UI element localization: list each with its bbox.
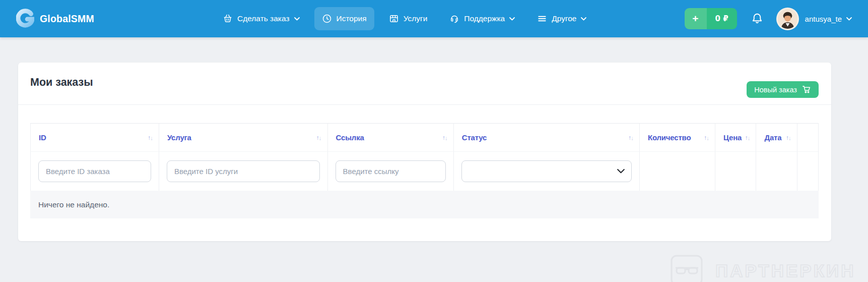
avatar-image (778, 9, 797, 29)
filter-cell-price (715, 152, 756, 191)
filter-cell-quantity (639, 152, 715, 191)
order-id-filter-input[interactable] (38, 160, 151, 182)
filter-cell-link (327, 152, 453, 191)
watermark: ПАРТНЕРКИН (670, 254, 855, 282)
column-header-link[interactable]: Ссылка ↑↓ (327, 124, 453, 151)
sort-icon[interactable]: ↑↓ (146, 135, 153, 141)
table-filter-row (30, 152, 818, 191)
notifications-button[interactable] (751, 12, 764, 25)
avatar[interactable] (776, 8, 799, 30)
column-header-status[interactable]: Статус ↑↓ (453, 124, 639, 151)
column-label: Количество (648, 133, 691, 142)
column-header-actions (797, 124, 818, 151)
brand-logo-icon (16, 8, 34, 29)
nav-item-other[interactable]: Другое (529, 7, 594, 30)
filter-cell-date (756, 152, 796, 191)
column-label: Услуга (167, 133, 191, 142)
new-order-button[interactable]: Новый заказ (747, 81, 819, 98)
page-body: Мои заказы Новый заказ ID ↑↓ Услу (0, 37, 868, 282)
column-header-date[interactable]: Дата ↑↓ (756, 124, 796, 151)
table-grid: ID ↑↓ Услуга ↑↓ Ссылка ↑↓ Статус ↑↓ (30, 123, 819, 191)
bell-icon (751, 12, 764, 25)
filter-cell-id (30, 152, 159, 191)
nav-item-history[interactable]: История (314, 7, 374, 30)
storefront-icon (389, 14, 399, 24)
nav-item-label: Другое (552, 14, 576, 23)
add-funds-button[interactable]: + (685, 8, 707, 29)
nav-item-create-order[interactable]: Сделать заказ (215, 7, 307, 30)
nav-item-label: Сделать заказ (237, 14, 290, 23)
column-header-service[interactable]: Услуга ↑↓ (159, 124, 327, 151)
top-navbar: GlobalSMM Сделать заказ История Услуги (0, 0, 868, 37)
sort-icon[interactable]: ↑↓ (440, 135, 447, 141)
orders-card: Мои заказы Новый заказ ID ↑↓ Услу (18, 63, 831, 241)
column-label: Цена (723, 133, 742, 142)
column-header-quantity[interactable]: Количество ↑↓ (639, 124, 715, 151)
column-label: Статус (462, 133, 487, 142)
status-filter-select[interactable] (461, 160, 632, 182)
brand[interactable]: GlobalSMM (16, 8, 94, 29)
sort-icon[interactable]: ↑↓ (743, 135, 750, 141)
nav-item-label: Поддержка (464, 14, 505, 23)
link-filter-input[interactable] (336, 160, 446, 182)
sort-icon[interactable]: ↑↓ (314, 135, 321, 141)
orders-table: ID ↑↓ Услуга ↑↓ Ссылка ↑↓ Статус ↑↓ (30, 123, 819, 218)
service-id-filter-input[interactable] (167, 160, 320, 182)
user-menu[interactable]: antusya_te (805, 15, 852, 23)
basket-icon (223, 14, 233, 24)
balance-amount: 0 ₽ (707, 8, 737, 29)
chevron-down-icon (509, 17, 515, 21)
card-header: Мои заказы Новый заказ (18, 63, 831, 105)
filter-cell-status (453, 152, 639, 191)
nav-item-label: Услуги (404, 14, 428, 23)
main-nav: Сделать заказ История Услуги Поддержка (215, 7, 594, 30)
table-header-row: ID ↑↓ Услуга ↑↓ Ссылка ↑↓ Статус ↑↓ (30, 124, 818, 152)
nav-item-label: История (337, 14, 367, 23)
column-label: Дата (764, 133, 781, 142)
nav-item-support[interactable]: Поддержка (442, 7, 522, 30)
cart-icon (803, 85, 811, 94)
column-label: Ссылка (336, 133, 364, 142)
navbar-right: + 0 ₽ antusya_te (685, 8, 852, 30)
new-order-label: Новый заказ (754, 86, 797, 94)
chevron-down-icon (846, 17, 852, 21)
nav-item-services[interactable]: Услуги (381, 7, 435, 30)
filter-cell-actions (797, 152, 818, 191)
sort-icon[interactable]: ↑↓ (626, 135, 633, 141)
empty-state-message: Ничего не найдено. (38, 200, 109, 209)
headset-icon (449, 14, 459, 24)
username: antusya_te (805, 15, 842, 23)
column-header-id[interactable]: ID ↑↓ (30, 124, 159, 151)
partnerkin-logo-icon (670, 254, 704, 282)
chevron-down-icon (294, 17, 300, 21)
sort-icon[interactable]: ↑↓ (702, 135, 709, 141)
clock-icon (322, 14, 332, 24)
chevron-down-icon (581, 17, 586, 21)
column-label: ID (39, 133, 46, 142)
balance-widget[interactable]: + 0 ₽ (685, 8, 737, 29)
watermark-text: ПАРТНЕРКИН (715, 261, 855, 281)
page-title: Мои заказы (30, 76, 819, 89)
brand-name: GlobalSMM (40, 13, 94, 25)
menu-icon (537, 14, 547, 24)
empty-state-row: Ничего не найдено. (30, 191, 819, 218)
sort-icon[interactable]: ↑↓ (784, 135, 791, 141)
filter-cell-service (159, 152, 327, 191)
column-header-price[interactable]: Цена ↑↓ (715, 124, 756, 151)
